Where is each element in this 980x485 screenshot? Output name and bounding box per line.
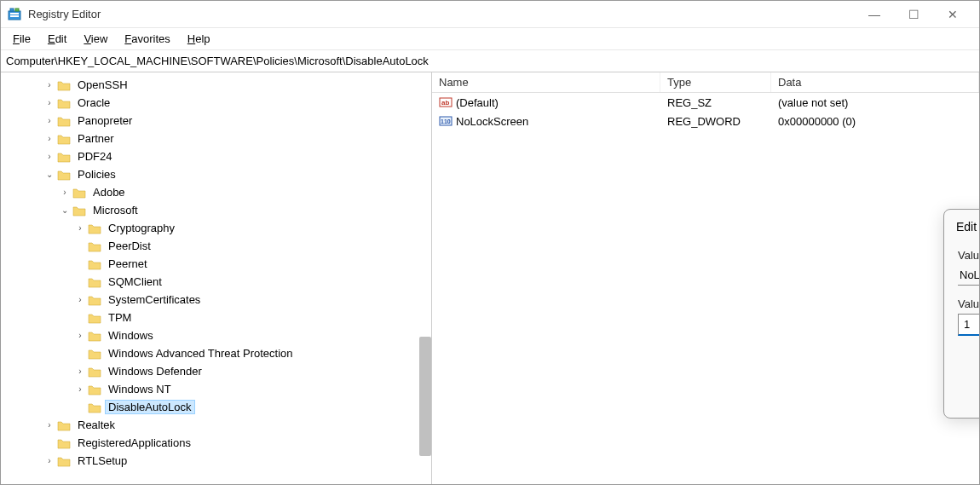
- tree-item-disableautolock[interactable]: ›DisableAutoLock: [74, 398, 431, 416]
- tree-item-cryptography[interactable]: ›Cryptography: [74, 219, 431, 237]
- tree-item-sqmclient[interactable]: ›SQMClient: [74, 273, 431, 291]
- list-row-default[interactable]: ab (Default) REG_SZ (value not set): [432, 93, 979, 112]
- tree-item-oracle[interactable]: ›Oracle: [43, 94, 431, 112]
- menu-favorites[interactable]: Favorites: [116, 30, 178, 48]
- tree-item-openssh[interactable]: ›OpenSSH: [43, 76, 431, 94]
- value-name: (Default): [456, 96, 499, 109]
- tree-pane: ›OpenSSH ›Oracle ›Panopreter ›Partner ›P…: [1, 72, 432, 484]
- menu-help[interactable]: Help: [179, 30, 219, 48]
- folder-icon: [57, 79, 71, 91]
- tree-item-tpm[interactable]: ›TPM: [74, 309, 431, 326]
- folder-icon: [57, 133, 71, 145]
- menu-file[interactable]: File: [4, 30, 39, 48]
- folder-icon: [88, 276, 101, 288]
- folder-icon: [57, 455, 71, 467]
- folder-icon: [88, 384, 101, 396]
- folder-icon: [88, 312, 101, 324]
- folder-icon: [72, 187, 86, 199]
- chevron-down-icon[interactable]: ⌄: [59, 205, 71, 217]
- value-data-input[interactable]: [958, 314, 979, 336]
- tree-item-adobe[interactable]: ›Adobe: [59, 183, 431, 201]
- minimize-button[interactable]: —: [855, 1, 894, 28]
- tree-item-peernet[interactable]: ›Peernet: [74, 255, 431, 273]
- folder-icon: [88, 294, 101, 306]
- folder-icon: [88, 366, 101, 378]
- value-data: 0x00000000 (0): [771, 113, 979, 130]
- tree-item-realtek[interactable]: ›Realtek: [43, 416, 431, 434]
- tree-item-pdf24[interactable]: ›PDF24: [43, 147, 431, 165]
- folder-icon: [88, 330, 101, 342]
- titlebar: Registry Editor — ☐ ✕: [1, 1, 979, 28]
- tree-item-peerdist[interactable]: ›PeerDist: [74, 237, 431, 255]
- value-type: REG_SZ: [660, 95, 771, 111]
- value-list-pane: Name Type Data ab (Default) REG_SZ (valu…: [432, 72, 979, 484]
- edit-dword-dialog: Edit DWORD (32-bit) Value ✕ Value name: …: [943, 209, 979, 419]
- folder-icon: [88, 401, 101, 413]
- folder-icon: [88, 222, 101, 234]
- value-name-field[interactable]: [958, 265, 979, 286]
- menu-bar: File Edit View Favorites Help: [1, 28, 979, 50]
- svg-rect-4: [10, 15, 19, 17]
- tree-item-windowsnt[interactable]: ›Windows NT: [74, 380, 431, 398]
- scrollbar-thumb[interactable]: [419, 337, 431, 456]
- tree-item-watp[interactable]: ›Windows Advanced Threat Protection: [74, 344, 431, 362]
- value-data: (value not set): [771, 95, 979, 111]
- folder-icon: [88, 258, 101, 270]
- value-data-label: Value data:: [958, 297, 979, 310]
- chevron-down-icon[interactable]: ⌄: [43, 169, 55, 181]
- folder-icon: [72, 205, 86, 217]
- window-title: Registry Editor: [28, 8, 855, 20]
- content-area: ›OpenSSH ›Oracle ›Panopreter ›Partner ›P…: [1, 72, 979, 484]
- maximize-button[interactable]: ☐: [894, 1, 933, 28]
- folder-icon: [57, 151, 71, 163]
- tree-item-registeredapps[interactable]: ›RegisteredApplications: [43, 434, 431, 452]
- tree-item-panopreter[interactable]: ›Panopreter: [43, 112, 431, 130]
- value-type: REG_DWORD: [660, 113, 771, 130]
- column-type[interactable]: Type: [660, 72, 771, 92]
- tree-item-windowsdefender[interactable]: ›Windows Defender: [74, 362, 431, 380]
- reg-sz-icon: ab: [439, 95, 453, 109]
- folder-icon: [57, 97, 71, 109]
- svg-text:110: 110: [441, 118, 451, 124]
- list-header: Name Type Data: [432, 72, 979, 93]
- tree-item-microsoft[interactable]: ⌄Microsoft: [59, 201, 431, 219]
- tree-item-rtlsetup[interactable]: ›RTLSetup: [43, 452, 431, 470]
- regedit-icon: [8, 8, 21, 21]
- svg-text:ab: ab: [441, 99, 449, 107]
- value-name: NoLockScreen: [456, 115, 528, 128]
- column-name[interactable]: Name: [432, 72, 660, 92]
- tree-item-windows[interactable]: ›Windows: [74, 326, 431, 344]
- menu-view[interactable]: View: [75, 30, 116, 48]
- svg-rect-2: [15, 9, 19, 11]
- address-bar[interactable]: Computer\HKEY_LOCAL_MACHINE\SOFTWARE\Pol…: [1, 50, 979, 72]
- folder-icon: [57, 115, 71, 127]
- tree-item-systemcertificates[interactable]: ›SystemCertificates: [74, 291, 431, 309]
- value-name-label: Value name:: [958, 249, 979, 262]
- list-row-nolockscreen[interactable]: 110 NoLockScreen REG_DWORD 0x00000000 (0…: [432, 112, 979, 130]
- menu-edit[interactable]: Edit: [39, 30, 75, 48]
- dialog-title: Edit DWORD (32-bit) Value: [956, 220, 979, 234]
- close-button[interactable]: ✕: [933, 1, 972, 28]
- tree-item-partner[interactable]: ›Partner: [43, 130, 431, 147]
- folder-icon: [88, 240, 101, 252]
- svg-rect-3: [10, 13, 19, 14]
- folder-icon: [88, 348, 101, 360]
- reg-dword-icon: 110: [439, 114, 453, 128]
- tree-item-policies[interactable]: ⌄Policies: [43, 165, 431, 183]
- folder-icon: [57, 419, 71, 431]
- column-data[interactable]: Data: [771, 72, 979, 92]
- folder-icon: [57, 437, 71, 449]
- svg-rect-1: [10, 9, 14, 11]
- folder-icon: [57, 169, 71, 181]
